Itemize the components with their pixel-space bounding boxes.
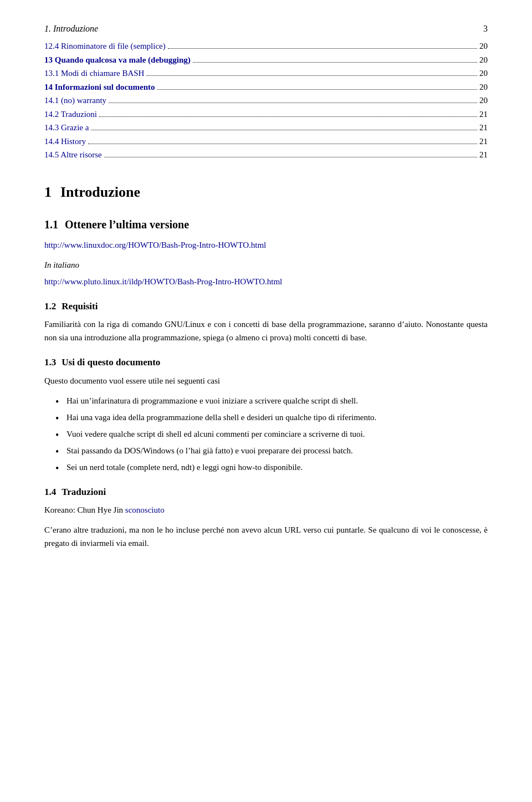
toc-dots (104, 157, 477, 157)
section-1-title: Introduzione (60, 181, 140, 203)
chapter-title: 1. Introduzione (44, 22, 98, 35)
subsection-1-2-header: 1.2 Requisiti (44, 299, 488, 314)
toc-page: 20 (479, 54, 488, 67)
subsection-1-4-num: 1.4 (44, 485, 56, 499)
toc-entry: 13.1 Modi di chiamare BASH20 (44, 67, 488, 80)
toc-dots (157, 89, 477, 90)
toc-page: 20 (479, 94, 488, 107)
page-header: 1. Introduzione 3 (44, 22, 488, 35)
toc-label: 14.1 (no) warranty (44, 94, 106, 107)
toc-entry: 14.5 Altre risorse21 (44, 149, 488, 161)
toc-label: 13 Quando qualcosa va male (debugging) (44, 54, 191, 67)
subsection-1-2-num: 1.2 (44, 299, 56, 314)
toc-page: 21 (479, 149, 488, 161)
list-item: Stai passando da DOS/Windows (o l’hai gi… (66, 444, 488, 457)
subsection-1-3-title: Usi di questo documento (62, 355, 160, 370)
subsection-1-1-num: 1.1 (44, 216, 58, 233)
traduzioni-koreano: Koreano: Chun Hye Jin sconosciuto (44, 503, 488, 517)
subsection-1-2-title: Requisiti (62, 299, 98, 314)
list-item: Vuoi vedere qualche script di shell ed a… (66, 427, 488, 441)
toc-entry: 14.1 (no) warranty20 (44, 94, 488, 107)
section-1-header: 1 Introduzione (44, 181, 488, 203)
list-item: Sei un nerd totale (complete nerd, ndt) … (66, 461, 488, 474)
toc-entry: 14.2 Traduzioni21 (44, 108, 488, 121)
toc-page: 20 (479, 67, 488, 80)
link2[interactable]: http://www.pluto.linux.it/ildp/HOWTO/Bas… (44, 277, 282, 286)
toc-entry: 13 Quando qualcosa va male (debugging)20 (44, 54, 488, 67)
toc-entry: 14.4 History21 (44, 135, 488, 148)
toc-entry: 14 Informazioni sul documento20 (44, 81, 488, 94)
toc-dots (109, 103, 477, 103)
toc-entry: 12.4 Rinominatore di file (semplice)20 (44, 40, 488, 53)
toc-page: 20 (479, 40, 488, 53)
toc-page: 20 (479, 81, 488, 94)
toc-label: 14.5 Altre risorse (44, 149, 102, 161)
usi-list: Hai un’infarinatura di programmazione e … (66, 394, 488, 474)
toc-dots (91, 130, 477, 130)
toc-dots (99, 116, 477, 117)
toc-entry: 14.3 Grazie a21 (44, 121, 488, 134)
toc-label: 12.4 Rinominatore di file (semplice) (44, 40, 166, 53)
toc-label: 14.3 Grazie a (44, 121, 89, 134)
toc-dots (88, 144, 477, 144)
page-number: 3 (483, 22, 488, 35)
link1[interactable]: http://www.linuxdoc.org/HOWTO/Bash-Prog-… (44, 241, 266, 249)
subsection-1-4-header: 1.4 Traduzioni (44, 485, 488, 499)
subsection-1-4-title: Traduzioni (62, 485, 106, 499)
toc-page: 21 (479, 108, 488, 121)
subsection-1-3-header: 1.3 Usi di questo documento (44, 355, 488, 370)
toc-dots (146, 75, 477, 76)
page: 1. Introduzione 3 12.4 Rinominatore di f… (0, 0, 532, 590)
link1-container: http://www.linuxdoc.org/HOWTO/Bash-Prog-… (44, 238, 488, 252)
toc-page: 21 (479, 135, 488, 148)
requisiti-text: Familiarità con la riga di comando GNU/L… (44, 318, 488, 344)
subsection-1-1-title: Ottenere l’ultima versione (65, 216, 189, 233)
link2-container: http://www.pluto.linux.it/ildp/HOWTO/Bas… (44, 275, 488, 288)
traduzioni-text: C’erano altre traduzioni, ma non le ho i… (44, 523, 488, 550)
toc-label: 13.1 Modi di chiamare BASH (44, 67, 144, 80)
subsection-1-3-num: 1.3 (44, 355, 56, 370)
toc-dots (193, 62, 477, 63)
list-item: Hai una vaga idea della programmazione d… (66, 411, 488, 424)
toc-label: 14 Informazioni sul documento (44, 81, 155, 94)
toc-dots (168, 48, 477, 49)
section-1-num: 1 (44, 181, 52, 203)
toc-label: 14.2 Traduzioni (44, 108, 97, 121)
subsection-1-1-header: 1.1 Ottenere l’ultima versione (44, 216, 488, 233)
sconosciuto-link[interactable]: sconosciuto (125, 505, 165, 514)
usi-intro: Questo documento vuol essere utile nei s… (44, 374, 488, 387)
toc-section: 12.4 Rinominatore di file (semplice)2013… (44, 40, 488, 161)
toc-label: 14.4 History (44, 135, 86, 148)
in-italiano-label: In italiano (44, 258, 488, 272)
list-item: Hai un’infarinatura di programmazione e … (66, 394, 488, 407)
toc-page: 21 (479, 121, 488, 134)
